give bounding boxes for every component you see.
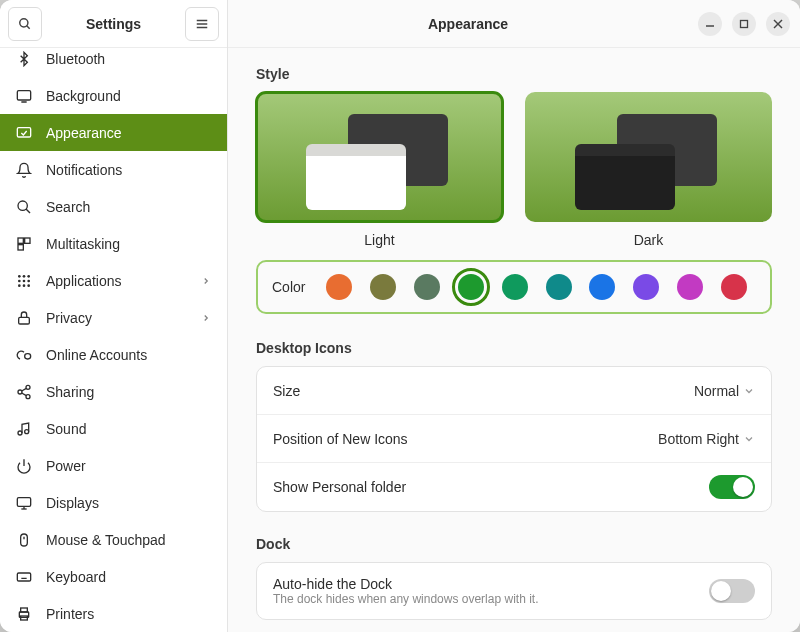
- svg-point-14: [23, 275, 26, 278]
- sidebar-item-label: Printers: [46, 606, 94, 622]
- online-accounts-icon: [16, 347, 32, 363]
- svg-rect-12: [18, 244, 23, 249]
- settings-window: Settings BluetoothBackgroundAppearanceNo…: [0, 0, 800, 632]
- sidebar-item-background[interactable]: Background: [0, 77, 227, 114]
- svg-point-0: [20, 18, 28, 26]
- svg-rect-36: [17, 573, 30, 581]
- size-label: Size: [273, 383, 694, 399]
- sidebar-item-search[interactable]: Search: [0, 188, 227, 225]
- sidebar-item-label: Notifications: [46, 162, 122, 178]
- chevron-down-icon: [743, 433, 755, 445]
- style-dark-thumb: [525, 92, 772, 222]
- svg-point-25: [26, 394, 30, 398]
- sharing-icon: [16, 384, 32, 400]
- svg-point-8: [18, 201, 27, 210]
- svg-point-17: [23, 279, 26, 282]
- sidebar-item-label: Multitasking: [46, 236, 120, 252]
- dock-list: Auto-hide the Dock The dock hides when a…: [256, 562, 772, 620]
- svg-point-20: [23, 284, 26, 287]
- hamburger-menu-button[interactable]: [185, 7, 219, 41]
- notifications-icon: [16, 162, 32, 178]
- minimize-button[interactable]: [698, 12, 722, 36]
- sidebar-item-notifications[interactable]: Notifications: [0, 151, 227, 188]
- style-options: Light Dark: [256, 92, 772, 248]
- sidebar-header: Settings: [0, 0, 227, 48]
- hamburger-icon: [195, 17, 209, 31]
- sidebar-item-label: Appearance: [46, 125, 122, 141]
- svg-line-1: [27, 25, 30, 28]
- svg-rect-5: [17, 90, 30, 99]
- color-swatch-7[interactable]: [633, 274, 659, 300]
- main-header: Appearance: [228, 0, 800, 48]
- sidebar-item-keyboard[interactable]: Keyboard: [0, 558, 227, 595]
- autohide-row: Auto-hide the Dock The dock hides when a…: [257, 563, 771, 619]
- sidebar-item-label: Online Accounts: [46, 347, 147, 363]
- sidebar-item-label: Background: [46, 88, 121, 104]
- color-swatch-5[interactable]: [546, 274, 572, 300]
- sidebar-item-label: Displays: [46, 495, 99, 511]
- style-section-label: Style: [256, 66, 772, 82]
- mouse-touchpad-icon: [16, 532, 32, 548]
- position-row[interactable]: Position of New Icons Bottom Right: [257, 415, 771, 463]
- sound-icon: [16, 421, 32, 437]
- background-icon: [16, 88, 32, 104]
- maximize-button[interactable]: [732, 12, 756, 36]
- svg-point-29: [25, 429, 29, 433]
- sidebar: Settings BluetoothBackgroundAppearanceNo…: [0, 0, 228, 632]
- sidebar-item-multitasking[interactable]: Multitasking: [0, 225, 227, 262]
- svg-rect-22: [19, 317, 30, 324]
- sidebar-item-label: Search: [46, 199, 90, 215]
- sidebar-item-sharing[interactable]: Sharing: [0, 373, 227, 410]
- main-panel: Appearance Style Light Dark: [228, 0, 800, 632]
- privacy-icon: [16, 310, 32, 326]
- personal-folder-toggle[interactable]: [709, 475, 755, 499]
- sidebar-item-mouse-touchpad[interactable]: Mouse & Touchpad: [0, 521, 227, 558]
- desktop-icons-list: Size Normal Position of New Icons Bottom…: [256, 366, 772, 512]
- sidebar-item-printers[interactable]: Printers: [0, 595, 227, 632]
- color-swatch-9[interactable]: [721, 274, 747, 300]
- sidebar-title: Settings: [48, 16, 179, 32]
- color-swatch-8[interactable]: [677, 274, 703, 300]
- autohide-description: The dock hides when any windows overlap …: [273, 592, 709, 606]
- svg-rect-43: [21, 608, 28, 612]
- sidebar-item-bluetooth[interactable]: Bluetooth: [0, 48, 227, 77]
- close-button[interactable]: [766, 12, 790, 36]
- color-swatch-0[interactable]: [326, 274, 352, 300]
- style-light-thumb: [256, 92, 503, 222]
- content-scroll[interactable]: Style Light Dark Color Desktop Icons: [228, 48, 800, 632]
- personal-folder-label: Show Personal folder: [273, 479, 709, 495]
- color-swatch-1[interactable]: [370, 274, 396, 300]
- size-value: Normal: [694, 383, 739, 399]
- autohide-toggle[interactable]: [709, 579, 755, 603]
- accent-color-panel: Color: [256, 260, 772, 314]
- color-swatch-3[interactable]: [458, 274, 484, 300]
- sidebar-item-appearance[interactable]: Appearance: [0, 114, 227, 151]
- sidebar-item-label: Privacy: [46, 310, 92, 326]
- svg-point-23: [26, 385, 30, 389]
- maximize-icon: [739, 19, 749, 29]
- sidebar-list[interactable]: BluetoothBackgroundAppearanceNotificatio…: [0, 48, 227, 632]
- chevron-right-icon: [201, 276, 211, 286]
- size-row[interactable]: Size Normal: [257, 367, 771, 415]
- sidebar-item-applications[interactable]: Applications: [0, 262, 227, 299]
- sidebar-item-sound[interactable]: Sound: [0, 410, 227, 447]
- search-icon: [18, 17, 32, 31]
- color-swatch-6[interactable]: [589, 274, 615, 300]
- style-light-label: Light: [364, 232, 394, 248]
- bluetooth-icon: [16, 51, 32, 67]
- sidebar-item-displays[interactable]: Displays: [0, 484, 227, 521]
- svg-line-26: [22, 388, 27, 391]
- search-button[interactable]: [8, 7, 42, 41]
- color-swatch-4[interactable]: [502, 274, 528, 300]
- style-dark-card[interactable]: Dark: [525, 92, 772, 248]
- style-light-card[interactable]: Light: [256, 92, 503, 248]
- color-swatch-2[interactable]: [414, 274, 440, 300]
- sidebar-item-privacy[interactable]: Privacy: [0, 299, 227, 336]
- chevron-down-icon: [743, 385, 755, 397]
- sidebar-item-power[interactable]: Power: [0, 447, 227, 484]
- sidebar-item-online-accounts[interactable]: Online Accounts: [0, 336, 227, 373]
- dock-section: Dock Auto-hide the Dock The dock hides w…: [256, 536, 772, 620]
- sidebar-item-label: Applications: [46, 273, 122, 289]
- svg-rect-11: [25, 238, 30, 243]
- personal-folder-row: Show Personal folder: [257, 463, 771, 511]
